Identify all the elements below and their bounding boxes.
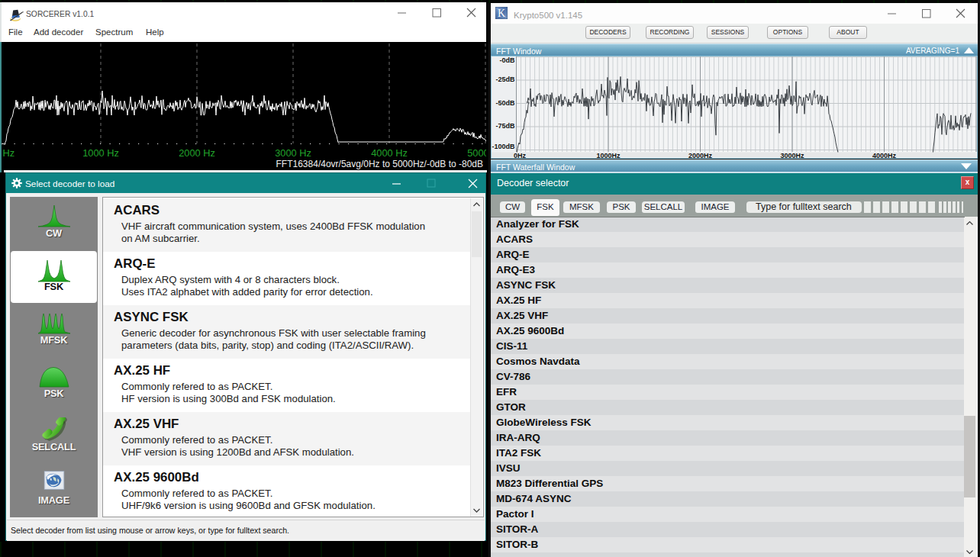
svg-text:-25dB: -25dB <box>495 76 515 83</box>
svg-text:-75dB: -75dB <box>495 122 515 130</box>
svg-text:5000 Hz: 5000 Hz <box>467 147 486 159</box>
svg-text:K: K <box>498 8 505 19</box>
svg-text:1000Hz: 1000Hz <box>596 152 621 159</box>
svg-text:-50dB: -50dB <box>495 99 515 107</box>
svg-text:0Hz: 0Hz <box>514 152 527 159</box>
svg-text:3000 Hz: 3000 Hz <box>275 147 311 159</box>
svg-text:0 Hz: 0 Hz <box>2 147 15 159</box>
svg-text:-100dB: -100dB <box>492 143 515 150</box>
svg-text:2000Hz: 2000Hz <box>688 152 713 159</box>
svg-text:4000 Hz: 4000 Hz <box>371 147 408 159</box>
svg-text:FFT16384/4ovr/5avg/0Hz to 5000: FFT16384/4ovr/5avg/0Hz to 5000Hz/-0dB to… <box>276 159 483 169</box>
svg-text:-0dB: -0dB <box>500 56 516 64</box>
svg-text:2000 Hz: 2000 Hz <box>179 147 215 159</box>
svg-text:4000Hz: 4000Hz <box>872 152 897 159</box>
svg-text:3000Hz: 3000Hz <box>780 152 804 159</box>
svg-text:1000 Hz: 1000 Hz <box>82 147 119 159</box>
